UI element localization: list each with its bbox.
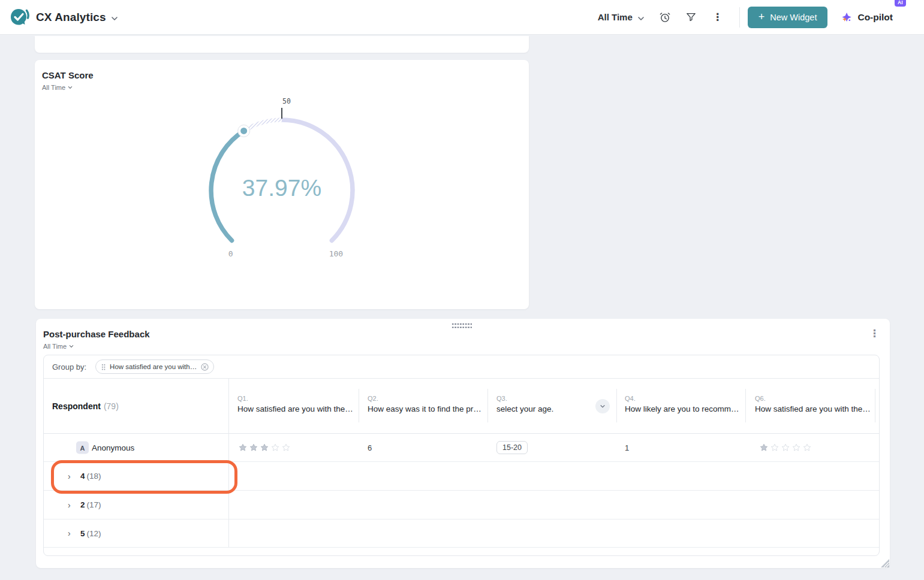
post-purchase-feedback-widget: Post-purchase Feedback All Time ⋮ Group … [36,319,890,568]
group-row-4[interactable]: › 4 (18) [44,462,879,491]
feedback-widget-title: Post-purchase Feedback [43,329,150,339]
expand-chevron-icon: › [68,500,75,510]
group-value: 5 [80,529,85,538]
chip-remove-icon[interactable] [201,363,209,371]
expand-chevron-icon: › [68,528,75,538]
respondent-name: Anonymous [92,443,134,452]
toolbar-divider [739,7,740,28]
feedback-time-filter-label: All Time [43,343,67,350]
column-divider [359,389,359,422]
q3-number: Q3. [496,395,613,402]
column-header-q4[interactable]: Q4. How likely are you to recomm… [625,395,742,413]
q1-star-rating [238,443,291,452]
csat-score-widget: CSAT Score All Time 37.97% 0 50 100 CSAT [35,60,529,309]
new-widget-button[interactable]: + New Widget [748,7,828,28]
filter-icon[interactable] [685,11,697,23]
svg-text:50: 50 [282,97,291,105]
feedback-time-chevron-icon [69,344,74,349]
column-divider [875,389,875,422]
widget-menu-icon[interactable]: ⋮ [869,328,879,343]
group-row-2[interactable]: › 2 (17) [44,491,879,519]
q3-answer-pill: 15-20 [496,441,528,454]
q1-label: How satisfied are you with the… [237,404,354,413]
partial-widget-above [35,36,529,53]
dashboard-screen: CX Analytics All Time ⋮ [0,0,924,580]
copilot-button[interactable]: Co-pilot AI [842,11,893,23]
group-row-5-toggle[interactable]: › 5 (12) [68,528,101,538]
feedback-widget-time-filter[interactable]: All Time [43,343,74,350]
feedback-table-panel: Group by: How satisfied are you with… Re… [43,355,880,556]
group-count: (12) [87,529,101,538]
group-row-4-toggle[interactable]: › 4 (18) [68,472,101,481]
avatar: A [76,442,89,454]
app-title-chevron-icon[interactable] [111,14,118,21]
group-by-chip[interactable]: How satisfied are you with… [95,360,214,374]
group-value: 2 [80,500,85,509]
q4-answer: 1 [625,443,629,452]
q6-star-rating [759,443,812,452]
group-by-label: Group by: [52,362,86,371]
svg-text:100: 100 [329,249,343,258]
group-count: (17) [87,500,101,509]
column-header-q2[interactable]: Q2. How easy was it to find the pr… [368,395,484,413]
app-logo-icon [8,7,30,28]
respondent-count: (79) [104,401,119,411]
q4-number: Q4. [625,395,742,402]
group-value: 4 [80,472,85,481]
expand-chevron-icon: › [68,472,75,481]
copilot-label: Co-pilot [857,12,893,23]
respondent-header-label: Respondent [52,401,101,411]
top-bar-actions: All Time ⋮ + New Widget [598,7,893,28]
group-by-bar: Group by: How satisfied are you with… [44,355,879,379]
top-bar: CX Analytics All Time ⋮ [0,0,924,35]
q3-answer-pill-wrap: 15-20 [496,441,528,454]
group-count: (18) [87,472,101,481]
svg-text:0: 0 [228,249,233,258]
global-time-filter[interactable]: All Time [598,12,645,22]
table-row-anonymous[interactable]: A Anonymous 6 15-20 1 [44,434,879,462]
widget-resize-handle[interactable] [880,558,890,568]
q2-number: Q2. [368,395,484,402]
q2-label: How easy was it to find the pr… [368,404,484,413]
ai-badge: AI [895,0,906,7]
global-time-filter-label: All Time [598,12,633,22]
q6-number: Q6. [755,395,872,402]
column-header-q6[interactable]: Q6. How satisfied are you with the… [755,395,872,413]
group-row-5[interactable]: › 5 (12) [44,519,879,548]
column-header-q1[interactable]: Q1. How satisfied are you with the… [237,395,354,413]
svg-text:37.97%: 37.97% [242,175,321,201]
app-title: CX Analytics [36,11,106,24]
column-divider [616,389,617,422]
q3-column-menu-button[interactable] [595,399,610,413]
alarm-icon[interactable] [659,11,671,23]
q4-label: How likely are you to recomm… [625,404,742,413]
column-divider [745,389,746,422]
widget-drag-handle[interactable] [452,322,472,330]
more-options-icon[interactable]: ⋮ [712,11,724,23]
new-widget-label: New Widget [770,13,817,22]
copilot-sparkle-icon [842,11,853,23]
chip-drag-handle-icon[interactable] [101,364,106,370]
column-header-respondent[interactable]: Respondent (79) [52,379,119,434]
chip-label: How satisfied are you with… [110,363,197,370]
plus-icon: + [759,11,765,22]
csat-gauge: 37.97% 0 50 100 [35,60,529,309]
table-header-row: Respondent (79) Q1. How satisfied are yo… [44,379,879,434]
q6-label: How satisfied are you with the… [755,404,872,413]
time-filter-chevron-icon [637,14,645,21]
q2-answer: 6 [368,443,372,452]
q1-number: Q1. [237,395,354,402]
column-divider [487,389,488,422]
group-row-2-toggle[interactable]: › 2 (17) [68,500,101,510]
